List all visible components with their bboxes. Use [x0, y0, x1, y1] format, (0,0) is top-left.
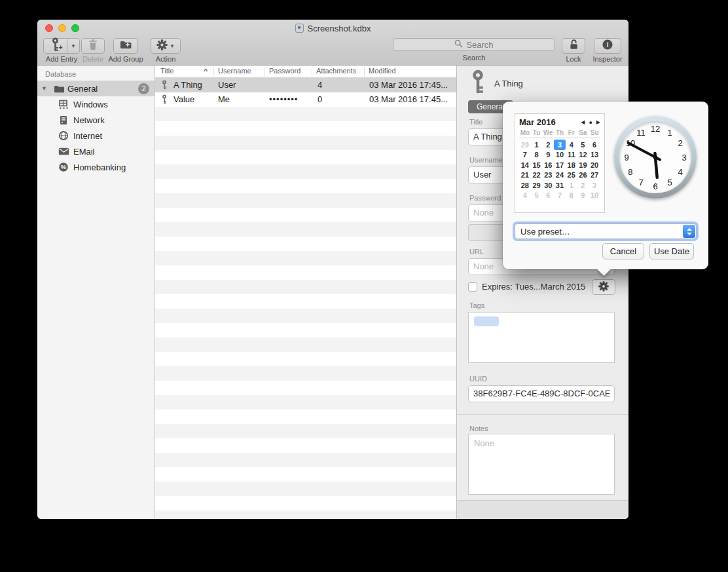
entry-table: Title ^ Username Password Attachments Mo… — [155, 66, 456, 519]
titlebar: Screenshot.kdbx — [37, 20, 628, 37]
sidebar-item-general[interactable]: ▼ General 2 — [37, 81, 155, 96]
expires-checkbox[interactable] — [468, 282, 477, 292]
expiry-date-gear-button[interactable] — [592, 279, 615, 295]
calendar-day[interactable]: 28 — [519, 180, 531, 191]
calendar-day[interactable]: 22 — [531, 170, 543, 181]
calendar-day[interactable]: 9 — [577, 191, 589, 201]
add-entry-button[interactable]: + ▼ Add Entry — [43, 38, 80, 63]
calendar-day[interactable]: 15 — [531, 160, 543, 170]
calendar-day[interactable]: 18 — [566, 160, 577, 170]
calendar-day[interactable]: 12 — [577, 150, 589, 161]
password-label: Password — [469, 194, 501, 202]
calendar-prev-icon[interactable]: ◀ — [581, 119, 585, 125]
gear-icon — [598, 281, 609, 294]
calendar-day[interactable]: 21 — [519, 170, 531, 181]
cancel-button[interactable]: Cancel — [602, 243, 644, 259]
notes-label: Notes — [469, 425, 488, 432]
calendar-day[interactable]: 13 — [589, 150, 600, 161]
calendar-day[interactable]: 7 — [554, 191, 566, 201]
calendar-next-icon[interactable]: ▶ — [596, 119, 600, 125]
tags-field[interactable] — [468, 312, 615, 363]
calendar-day[interactable]: 5 — [531, 191, 543, 201]
calendar-day[interactable]: 24 — [554, 170, 566, 181]
app-window: Screenshot.kdbx + ▼ Add Entry Delete — [37, 20, 628, 519]
calendar-day[interactable]: 4 — [566, 140, 577, 150]
notes-field[interactable]: None — [468, 434, 615, 495]
disclosure-triangle-icon[interactable]: ▼ — [41, 85, 48, 92]
calendar-day[interactable]: 14 — [519, 160, 531, 170]
sidebar-section-header: Database — [45, 70, 155, 78]
add-group-button[interactable]: Add Group — [105, 38, 146, 63]
calendar-day[interactable]: 26 — [577, 170, 589, 181]
sidebar-item-network[interactable]: Network — [37, 112, 155, 128]
calendar-day[interactable]: 4 — [519, 191, 531, 201]
calendar-weekday-label: Sa — [577, 129, 589, 136]
calendar-day[interactable]: 29 — [531, 180, 543, 191]
calendar-day[interactable]: 5 — [577, 140, 589, 150]
inspector-button[interactable]: i Inspector — [589, 38, 626, 63]
sidebar-item-windows[interactable]: Windows — [37, 96, 155, 112]
calendar-day[interactable]: 10 — [589, 191, 600, 201]
calendar-day[interactable]: 9 — [542, 150, 554, 161]
table-row[interactable]: A Thing User 4 03 Mar 2016 17:45... — [155, 78, 456, 92]
table-row[interactable]: Value Me •••••••• 0 03 Mar 2016 17:45... — [155, 92, 456, 107]
column-header-modified[interactable]: Modified — [369, 67, 396, 75]
calendar-day[interactable]: 16 — [542, 160, 554, 170]
url-label: URL — [469, 248, 484, 256]
action-button[interactable]: ▼ Action — [149, 38, 183, 63]
search-input[interactable]: Search — [393, 38, 555, 51]
calendar-today-icon[interactable]: ● — [589, 119, 592, 126]
calendar-day[interactable]: 25 — [566, 170, 577, 181]
window-title: Screenshot.kdbx — [308, 24, 371, 33]
preset-select[interactable]: Use preset… — [515, 223, 697, 239]
count-badge: 2 — [138, 83, 149, 94]
calendar-day[interactable]: 29 — [519, 140, 531, 150]
calendar-day[interactable]: 27 — [589, 170, 600, 181]
calendar-day[interactable]: 2 — [542, 140, 554, 150]
calendar-day[interactable]: 8 — [531, 150, 543, 161]
calendar-day[interactable]: 1 — [531, 140, 543, 150]
calendar-day[interactable]: 23 — [542, 170, 554, 181]
calendar-day[interactable]: 6 — [589, 140, 600, 150]
sidebar-item-label: Internet — [73, 131, 102, 141]
calendar-weekday-label: Fr — [566, 129, 577, 136]
calendar-day[interactable]: 7 — [519, 150, 531, 161]
calendar-day[interactable]: 3 — [589, 180, 600, 191]
calendar-day[interactable]: 31 — [554, 180, 566, 191]
calendar-day[interactable]: 30 — [542, 180, 554, 191]
calendar-day[interactable]: 19 — [577, 160, 589, 170]
chevron-down-icon[interactable]: ▼ — [67, 38, 80, 54]
column-header-title[interactable]: Title — [160, 67, 173, 75]
calendar-day[interactable]: 20 — [589, 160, 600, 170]
column-header-password[interactable]: Password — [269, 67, 300, 75]
cell-attachments: 4 — [318, 80, 322, 90]
clock[interactable]: 123456789101112 — [614, 116, 697, 199]
column-header-username[interactable]: Username — [218, 67, 251, 75]
gear-icon — [156, 39, 168, 53]
sidebar-item-homebanking[interactable]: %Homebanking — [37, 159, 155, 175]
calendar-day[interactable]: 8 — [566, 191, 577, 201]
clock-hands — [614, 116, 697, 199]
calendar-day-selected[interactable]: 3 — [554, 140, 566, 150]
calendar-day[interactable]: 10 — [554, 150, 566, 161]
key-icon — [161, 80, 168, 92]
toolbar: + ▼ Add Entry Delete Add Group ▼ Action — [37, 37, 628, 66]
lock-button[interactable]: Lock — [562, 38, 585, 63]
calendar-day[interactable]: 1 — [566, 180, 577, 191]
calendar-day[interactable]: 17 — [554, 160, 566, 170]
column-header-attachments[interactable]: Attachments — [316, 67, 356, 75]
tag-token[interactable] — [474, 316, 499, 326]
calendar-day[interactable]: 2 — [577, 180, 589, 191]
sidebar-item-internet[interactable]: Internet — [37, 128, 155, 143]
calendar-day[interactable]: 11 — [566, 150, 577, 161]
sidebar-item-label: Homebanking — [73, 162, 126, 172]
chevron-down-icon: ▼ — [170, 43, 175, 49]
calendar-weekday-label: We — [542, 129, 554, 136]
calendar-weekday-label: Su — [589, 129, 600, 136]
use-date-button[interactable]: Use Date — [649, 243, 694, 259]
trash-icon — [88, 39, 98, 53]
search-group: Search Search — [393, 38, 555, 62]
calendar-day[interactable]: 6 — [542, 191, 554, 201]
uuid-field[interactable]: 38F629B7-FC4E-489C-8DCF-0CAE — [468, 385, 615, 402]
sidebar-item-email[interactable]: EMail — [37, 143, 155, 159]
